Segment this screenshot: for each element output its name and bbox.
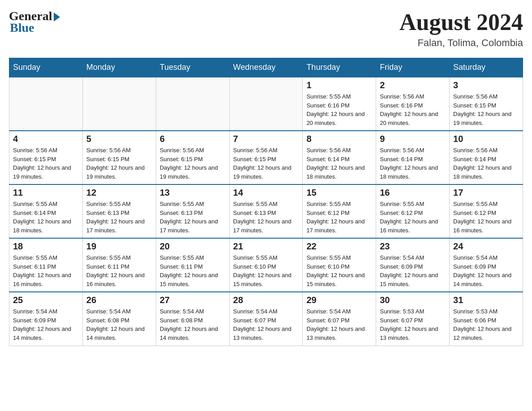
day-number: 27 [160, 295, 226, 305]
day-number: 26 [86, 295, 152, 305]
calendar-cell: 26Sunrise: 5:54 AM Sunset: 6:08 PM Dayli… [82, 292, 156, 346]
day-number: 12 [86, 188, 152, 198]
calendar-cell: 28Sunrise: 5:54 AM Sunset: 6:07 PM Dayli… [229, 292, 303, 346]
day-number: 5 [86, 134, 152, 144]
day-info: Sunrise: 5:55 AM Sunset: 6:11 PM Dayligh… [86, 253, 152, 288]
day-info: Sunrise: 5:54 AM Sunset: 6:08 PM Dayligh… [160, 307, 226, 342]
day-number: 18 [13, 241, 79, 252]
day-number: 11 [13, 188, 79, 198]
calendar-header-row: SundayMondayTuesdayWednesdayThursdayFrid… [9, 58, 523, 77]
day-info: Sunrise: 5:55 AM Sunset: 6:12 PM Dayligh… [306, 200, 372, 235]
day-info: Sunrise: 5:55 AM Sunset: 6:11 PM Dayligh… [13, 253, 79, 288]
day-info: Sunrise: 5:55 AM Sunset: 6:14 PM Dayligh… [13, 200, 79, 235]
day-number: 22 [306, 241, 372, 252]
calendar-cell: 14Sunrise: 5:55 AM Sunset: 6:13 PM Dayli… [229, 184, 303, 238]
calendar-cell: 30Sunrise: 5:53 AM Sunset: 6:07 PM Dayli… [376, 292, 450, 346]
day-number: 2 [380, 80, 446, 90]
day-number: 24 [453, 241, 519, 252]
day-number: 17 [453, 188, 519, 198]
day-number: 7 [233, 134, 299, 144]
day-number: 8 [306, 134, 372, 144]
day-info: Sunrise: 5:56 AM Sunset: 6:14 PM Dayligh… [306, 146, 372, 181]
calendar-cell [229, 77, 303, 131]
day-info: Sunrise: 5:54 AM Sunset: 6:08 PM Dayligh… [86, 307, 152, 342]
calendar-cell: 15Sunrise: 5:55 AM Sunset: 6:12 PM Dayli… [303, 184, 376, 238]
calendar-cell: 7Sunrise: 5:56 AM Sunset: 6:15 PM Daylig… [229, 131, 303, 184]
calendar-cell: 6Sunrise: 5:56 AM Sunset: 6:15 PM Daylig… [156, 131, 229, 184]
day-info: Sunrise: 5:54 AM Sunset: 6:09 PM Dayligh… [380, 253, 446, 288]
day-info: Sunrise: 5:56 AM Sunset: 6:15 PM Dayligh… [233, 146, 299, 181]
day-info: Sunrise: 5:54 AM Sunset: 6:09 PM Dayligh… [13, 307, 79, 342]
week-row-3: 11Sunrise: 5:55 AM Sunset: 6:14 PM Dayli… [9, 184, 523, 238]
col-header-sunday: Sunday [9, 58, 83, 77]
location-title: Falan, Tolima, Colombia [399, 37, 523, 49]
calendar-cell: 5Sunrise: 5:56 AM Sunset: 6:15 PM Daylig… [82, 131, 156, 184]
day-number: 21 [233, 241, 299, 252]
day-number: 25 [13, 295, 79, 305]
day-number: 4 [13, 134, 79, 144]
day-number: 20 [160, 241, 226, 252]
calendar-cell: 29Sunrise: 5:54 AM Sunset: 6:07 PM Dayli… [303, 292, 376, 346]
day-info: Sunrise: 5:56 AM Sunset: 6:15 PM Dayligh… [160, 146, 226, 181]
calendar-cell: 4Sunrise: 5:56 AM Sunset: 6:15 PM Daylig… [9, 131, 83, 184]
day-info: Sunrise: 5:54 AM Sunset: 6:07 PM Dayligh… [306, 307, 372, 342]
day-number: 19 [86, 241, 152, 252]
month-title: August 2024 [399, 9, 523, 35]
calendar-cell: 10Sunrise: 5:56 AM Sunset: 6:14 PM Dayli… [450, 131, 523, 184]
day-number: 10 [453, 134, 519, 144]
calendar-cell: 20Sunrise: 5:55 AM Sunset: 6:11 PM Dayli… [156, 238, 229, 292]
calendar-table: SundayMondayTuesdayWednesdayThursdayFrid… [9, 58, 523, 346]
day-number: 1 [306, 80, 372, 90]
day-info: Sunrise: 5:54 AM Sunset: 6:07 PM Dayligh… [233, 307, 299, 342]
col-header-tuesday: Tuesday [156, 58, 229, 77]
week-row-4: 18Sunrise: 5:55 AM Sunset: 6:11 PM Dayli… [9, 238, 523, 292]
day-number: 28 [233, 295, 299, 305]
calendar-cell: 8Sunrise: 5:56 AM Sunset: 6:14 PM Daylig… [303, 131, 376, 184]
day-info: Sunrise: 5:53 AM Sunset: 6:07 PM Dayligh… [380, 307, 446, 342]
day-info: Sunrise: 5:54 AM Sunset: 6:09 PM Dayligh… [453, 253, 519, 288]
calendar-cell: 25Sunrise: 5:54 AM Sunset: 6:09 PM Dayli… [9, 292, 83, 346]
col-header-thursday: Thursday [303, 58, 376, 77]
day-info: Sunrise: 5:56 AM Sunset: 6:15 PM Dayligh… [13, 146, 79, 181]
calendar-cell: 22Sunrise: 5:55 AM Sunset: 6:10 PM Dayli… [303, 238, 376, 292]
calendar-cell [156, 77, 229, 131]
calendar-cell: 13Sunrise: 5:55 AM Sunset: 6:13 PM Dayli… [156, 184, 229, 238]
calendar-cell: 9Sunrise: 5:56 AM Sunset: 6:14 PM Daylig… [376, 131, 450, 184]
day-info: Sunrise: 5:55 AM Sunset: 6:16 PM Dayligh… [306, 92, 372, 127]
calendar-cell: 18Sunrise: 5:55 AM Sunset: 6:11 PM Dayli… [9, 238, 83, 292]
logo: General Blue [9, 9, 60, 35]
day-info: Sunrise: 5:55 AM Sunset: 6:13 PM Dayligh… [160, 200, 226, 235]
week-row-2: 4Sunrise: 5:56 AM Sunset: 6:15 PM Daylig… [9, 131, 523, 184]
calendar-cell: 3Sunrise: 5:56 AM Sunset: 6:15 PM Daylig… [450, 77, 523, 131]
calendar-cell: 24Sunrise: 5:54 AM Sunset: 6:09 PM Dayli… [450, 238, 523, 292]
calendar-cell: 16Sunrise: 5:55 AM Sunset: 6:12 PM Dayli… [376, 184, 450, 238]
calendar-cell: 31Sunrise: 5:53 AM Sunset: 6:06 PM Dayli… [450, 292, 523, 346]
day-info: Sunrise: 5:56 AM Sunset: 6:16 PM Dayligh… [380, 92, 446, 127]
col-header-wednesday: Wednesday [229, 58, 303, 77]
week-row-5: 25Sunrise: 5:54 AM Sunset: 6:09 PM Dayli… [9, 292, 523, 346]
calendar-cell: 12Sunrise: 5:55 AM Sunset: 6:13 PM Dayli… [82, 184, 156, 238]
day-info: Sunrise: 5:55 AM Sunset: 6:11 PM Dayligh… [160, 253, 226, 288]
calendar-cell: 21Sunrise: 5:55 AM Sunset: 6:10 PM Dayli… [229, 238, 303, 292]
day-info: Sunrise: 5:53 AM Sunset: 6:06 PM Dayligh… [453, 307, 519, 342]
logo-blue-text: Blue [10, 21, 34, 35]
title-block: August 2024 Falan, Tolima, Colombia [399, 9, 523, 49]
calendar-cell: 19Sunrise: 5:55 AM Sunset: 6:11 PM Dayli… [82, 238, 156, 292]
day-info: Sunrise: 5:55 AM Sunset: 6:10 PM Dayligh… [233, 253, 299, 288]
calendar-cell [82, 77, 156, 131]
day-number: 30 [380, 295, 446, 305]
day-number: 3 [453, 80, 519, 90]
calendar-cell [9, 77, 83, 131]
day-info: Sunrise: 5:56 AM Sunset: 6:15 PM Dayligh… [453, 92, 519, 127]
day-info: Sunrise: 5:55 AM Sunset: 6:13 PM Dayligh… [233, 200, 299, 235]
day-number: 9 [380, 134, 446, 144]
calendar-cell: 1Sunrise: 5:55 AM Sunset: 6:16 PM Daylig… [303, 77, 376, 131]
logo-arrow-icon [54, 13, 60, 21]
day-info: Sunrise: 5:56 AM Sunset: 6:15 PM Dayligh… [86, 146, 152, 181]
col-header-saturday: Saturday [450, 58, 523, 77]
day-info: Sunrise: 5:55 AM Sunset: 6:10 PM Dayligh… [306, 253, 372, 288]
day-info: Sunrise: 5:55 AM Sunset: 6:12 PM Dayligh… [453, 200, 519, 235]
day-number: 15 [306, 188, 372, 198]
calendar-cell: 2Sunrise: 5:56 AM Sunset: 6:16 PM Daylig… [376, 77, 450, 131]
day-info: Sunrise: 5:55 AM Sunset: 6:13 PM Dayligh… [86, 200, 152, 235]
